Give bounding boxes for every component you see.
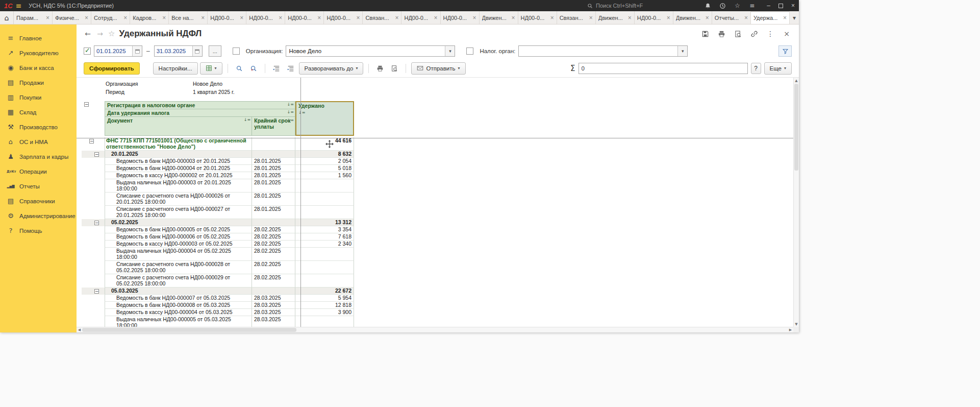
amount-cell[interactable]: 2 054 (295, 158, 354, 165)
deadline-cell[interactable]: 28.01.2025 (252, 172, 295, 179)
sidebar-item-bank[interactable]: ◉Банк и касса (0, 60, 77, 75)
tab-16[interactable]: Движен...× (596, 11, 635, 24)
document-cell[interactable]: Выдача наличных НД00-000004 от 05.02.202… (105, 248, 252, 261)
amount-cell[interactable] (295, 193, 354, 206)
amount-cell[interactable]: 12 818 (295, 302, 354, 309)
tab-close-icon[interactable]: × (434, 14, 438, 21)
report-variants-button[interactable]: ▾ (200, 62, 222, 75)
history-clock-icon[interactable] (719, 2, 726, 9)
horizontal-scroll-thumb[interactable] (82, 328, 296, 332)
deadline-cell[interactable]: 28.02.2025 (252, 233, 295, 241)
generate-button[interactable]: Сформировать (84, 62, 140, 75)
tab-close-icon[interactable]: × (628, 14, 632, 21)
amount-cell[interactable] (295, 261, 354, 274)
main-menu-icon[interactable]: ≡ (16, 2, 22, 10)
more-button[interactable]: Еще ▾ (764, 62, 792, 75)
amount-cell[interactable]: 44 616 (295, 137, 354, 151)
tab-close-icon[interactable]: × (201, 14, 205, 21)
sort-icon[interactable]: ↓≡ (287, 110, 294, 114)
minimize-button[interactable]: – (767, 3, 770, 9)
deadline-cell[interactable] (252, 219, 295, 226)
organization-checkbox[interactable] (233, 47, 240, 55)
tab-close-icon[interactable]: × (744, 14, 748, 21)
get-link-icon[interactable] (750, 30, 758, 38)
calendar-icon[interactable] (132, 46, 142, 56)
sort-icon[interactable]: ↓≡ (287, 117, 294, 124)
tab-20[interactable]: Удержа...× (751, 11, 790, 24)
tab-3[interactable]: Сотруд...× (91, 11, 130, 24)
send-button[interactable]: Отправить ▾ (411, 62, 465, 75)
tab-15[interactable]: Связан...× (557, 11, 596, 24)
tab-close-icon[interactable]: × (162, 14, 166, 21)
chevron-down-icon[interactable]: ▾ (677, 46, 687, 56)
deadline-cell[interactable]: 28.01.2025 (252, 165, 295, 172)
notifications-bell-icon[interactable] (704, 2, 711, 9)
find-next-icon[interactable] (247, 62, 260, 75)
amount-cell[interactable] (295, 206, 354, 219)
tab-5[interactable]: Все на...× (169, 11, 208, 24)
amount-cell[interactable]: 3 354 (295, 226, 354, 233)
print-preview-icon[interactable] (734, 30, 742, 38)
amount-cell[interactable] (295, 248, 354, 261)
deadline-cell[interactable] (252, 137, 295, 151)
tab-9[interactable]: НД00-0...× (324, 11, 363, 24)
amount-cell[interactable]: 3 900 (295, 309, 354, 316)
tab-2[interactable]: Физиче...× (53, 11, 91, 24)
sidebar-item-production[interactable]: ⚒Производство (0, 119, 77, 134)
print-icon[interactable] (717, 30, 725, 38)
autosum-input[interactable] (579, 63, 748, 74)
sort-icon[interactable]: ↓≡ (298, 110, 305, 115)
header-deadline[interactable]: Крайний срок уплаты ↓≡ (252, 117, 295, 135)
maximize-button[interactable] (778, 4, 783, 8)
organization-combo[interactable]: Новое Дело ▾ (286, 45, 455, 57)
sidebar-item-sales[interactable]: ▤Продажи (0, 75, 77, 90)
tab-1[interactable]: Парам...× (14, 11, 53, 24)
tab-7[interactable]: НД00-0...× (246, 11, 285, 24)
deadline-cell[interactable]: 28.02.2025 (252, 248, 295, 261)
scroll-left-icon[interactable]: ◀ (77, 327, 82, 332)
tab-8[interactable]: НД00-0...× (285, 11, 324, 24)
document-cell[interactable]: Ведомость в банк НД00-000003 от 20.01.20… (105, 158, 252, 165)
sidebar-item-help[interactable]: ?Помощь (0, 223, 77, 238)
tab-12[interactable]: НД00-0...× (441, 11, 480, 24)
deadline-cell[interactable]: 28.03.2025 (252, 295, 295, 302)
tab-10[interactable]: Связан...× (363, 11, 401, 24)
deadline-cell[interactable]: 28.01.2025 (252, 158, 295, 165)
collapse-group-button[interactable]: − (94, 289, 99, 294)
tab-close-icon[interactable]: × (550, 14, 554, 21)
forward-button[interactable]: → (94, 28, 106, 40)
deadline-cell[interactable]: 28.01.2025 (252, 179, 295, 193)
header-withhold-date[interactable]: Дата удержания налога ↓≡ (105, 109, 295, 116)
sidebar-item-manager[interactable]: ↗Руководителю (0, 45, 77, 60)
deadline-cell[interactable]: 28.01.2025 (252, 193, 295, 206)
home-button[interactable]: ⌂ (0, 11, 14, 24)
tab-close-icon[interactable]: × (279, 14, 282, 21)
document-cell[interactable]: 05.03.2025 (105, 288, 252, 295)
document-cell[interactable]: Списание с расчетного счета НД00-000026 … (105, 193, 252, 206)
document-cell[interactable]: Ведомость в кассу НД00-000004 от 05.03.2… (105, 309, 252, 316)
settings-button[interactable]: Настройки... (153, 62, 198, 75)
document-cell[interactable]: ФНС 7715 КПП 771501001 (Общество с огран… (105, 137, 252, 151)
period-checkbox[interactable] (84, 47, 91, 55)
deadline-cell[interactable]: 28.02.2025 (252, 274, 295, 288)
favorites-star-icon[interactable]: ☆ (734, 2, 741, 9)
document-cell[interactable]: Ведомость в банк НД00-000005 от 05.02.20… (105, 226, 252, 233)
document-cell[interactable]: Ведомость в банк НД00-000008 от 05.03.20… (105, 302, 252, 309)
vertical-scrollbar[interactable]: ▲ ▼ (793, 78, 799, 327)
deadline-cell[interactable]: 28.01.2025 (252, 206, 295, 219)
document-cell[interactable]: Ведомость в банк НД00-000006 от 05.02.20… (105, 233, 252, 241)
document-cell[interactable]: Списание с расчетного счета НД00-000027 … (105, 206, 252, 219)
document-cell[interactable]: 20.01.2025 (105, 151, 252, 158)
collapse-group-button[interactable]: − (94, 152, 99, 157)
filter-settings-button[interactable] (778, 45, 792, 57)
deadline-cell[interactable] (252, 151, 295, 158)
period-options-button[interactable]: ... (209, 45, 221, 57)
sidebar-item-admin[interactable]: ⚙Администрирование (0, 208, 77, 223)
date-to-input[interactable] (155, 48, 192, 54)
expand-to-button[interactable]: Разворачивать до ▾ (299, 62, 364, 75)
sidebar-item-catalogs[interactable]: ▤Справочники (0, 194, 77, 208)
document-cell[interactable]: Списание с расчетного счета НД00-000028 … (105, 261, 252, 274)
tab-close-icon[interactable]: × (356, 14, 360, 21)
horizontal-scrollbar[interactable]: ◀ ▶ (77, 327, 793, 332)
deadline-cell[interactable] (252, 288, 295, 295)
